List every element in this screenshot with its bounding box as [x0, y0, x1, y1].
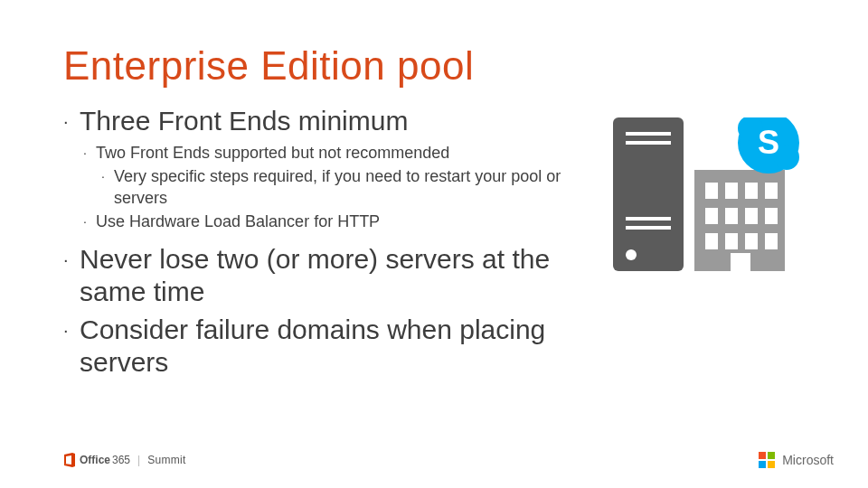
bullet-level1: · Never lose two (or more) servers at th…	[63, 243, 570, 308]
skype-icon: S	[738, 117, 799, 174]
bullet-level1: · Consider failure domains when placing …	[63, 314, 570, 379]
bullet-level3: · Very specific steps required, if you n…	[101, 166, 590, 209]
svg-rect-14	[765, 208, 778, 224]
svg-rect-24	[759, 452, 766, 459]
microsoft-label: Microsoft	[782, 453, 834, 467]
svg-rect-12	[725, 208, 738, 224]
svg-rect-27	[768, 461, 775, 468]
svg-rect-25	[768, 452, 775, 459]
bullet-dot-icon: ·	[101, 166, 114, 209]
bullet-level2: · Two Front Ends supported but not recom…	[83, 143, 571, 164]
bullet-text: Consider failure domains when placing se…	[80, 314, 570, 379]
microsoft-logo-icon	[759, 452, 775, 468]
svg-rect-17	[745, 233, 758, 249]
bullet-text: Never lose two (or more) servers at the …	[80, 243, 570, 308]
slide-title: Enterprise Edition pool	[63, 43, 805, 89]
svg-rect-3	[626, 217, 671, 221]
svg-rect-9	[745, 183, 758, 199]
footer-right: Microsoft	[759, 452, 834, 468]
bullet-dot-icon: ·	[83, 143, 96, 164]
bullet-dot-icon: ·	[63, 243, 80, 308]
svg-rect-16	[725, 233, 738, 249]
svg-rect-13	[745, 208, 758, 224]
svg-rect-11	[705, 208, 718, 224]
svg-rect-19	[731, 253, 750, 271]
bullet-dot-icon: ·	[83, 211, 96, 232]
svg-rect-15	[705, 233, 718, 249]
footer-left: Office 365 | Summit	[61, 452, 186, 468]
summit-label: Summit	[147, 454, 185, 466]
svg-rect-26	[759, 461, 766, 468]
bullet-text: Two Front Ends supported but not recomme…	[96, 143, 449, 164]
building-icon	[694, 170, 785, 271]
bullet-dot-icon: ·	[63, 314, 80, 379]
bullet-dot-icon: ·	[63, 105, 80, 137]
svg-rect-7	[705, 183, 718, 199]
bullet-text: Very specific steps required, if you nee…	[114, 166, 590, 209]
office365-label: 365	[112, 454, 130, 466]
svg-rect-0	[613, 117, 684, 271]
svg-rect-18	[765, 233, 778, 249]
bullet-level2: · Use Hardware Load Balancer for HTTP	[83, 211, 571, 232]
separator: |	[137, 454, 140, 466]
svg-rect-2	[626, 141, 671, 145]
illustration: S	[604, 117, 812, 280]
office-icon	[61, 452, 78, 468]
svg-rect-4	[626, 226, 671, 230]
svg-text:S: S	[758, 124, 779, 161]
bullet-text: Use Hardware Load Balancer for HTTP	[96, 211, 380, 232]
svg-rect-1	[626, 132, 671, 136]
bullet-text: Three Front Ends minimum	[80, 105, 408, 137]
svg-point-5	[626, 249, 637, 260]
svg-rect-8	[725, 183, 738, 199]
slide: Enterprise Edition pool · Three Front En…	[0, 0, 868, 488]
office-label: Office	[80, 454, 110, 466]
svg-rect-10	[765, 183, 778, 199]
server-icon	[613, 117, 684, 271]
